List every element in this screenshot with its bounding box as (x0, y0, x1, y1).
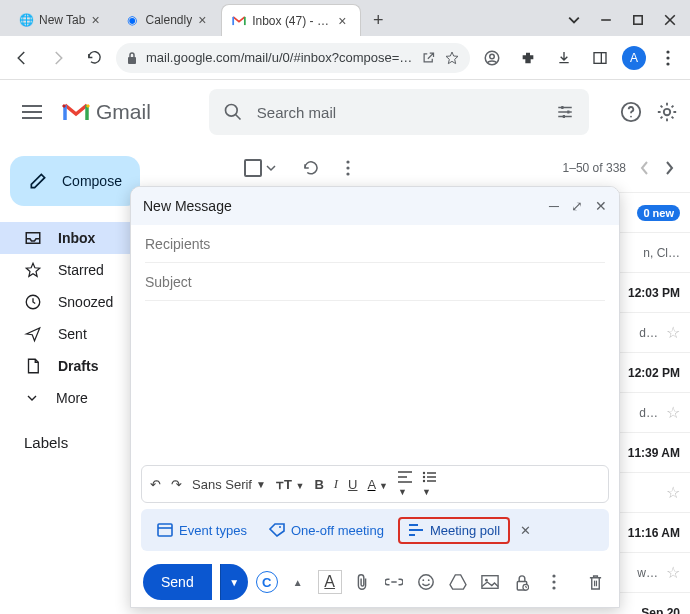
main-menu-button[interactable] (12, 92, 52, 132)
svg-point-46 (428, 579, 430, 581)
svg-point-4 (490, 54, 495, 59)
svg-point-48 (485, 579, 488, 582)
list-icon[interactable]: ▼ (422, 471, 436, 498)
search-options-icon[interactable] (555, 103, 575, 121)
next-page-button[interactable] (664, 161, 674, 175)
downloads-icon[interactable] (550, 44, 578, 72)
ext-event-types[interactable]: Event types (149, 519, 255, 542)
share-icon[interactable] (421, 50, 436, 65)
reload-button[interactable] (80, 44, 108, 72)
sidebar-label: Drafts (58, 358, 98, 374)
gmail-icon (232, 14, 246, 28)
send-options-button[interactable]: ▼ (220, 564, 248, 600)
ext-close-icon[interactable]: ✕ (520, 523, 531, 538)
window-controls (554, 14, 690, 36)
svg-point-8 (666, 56, 669, 59)
bold-icon[interactable]: B (314, 477, 323, 492)
refresh-button[interactable] (302, 159, 320, 177)
tab-strip: 🌐 New Tab × ◉ Calendly × Inbox (47) - a…… (0, 0, 554, 36)
align-icon[interactable]: ▼ (398, 471, 412, 498)
font-size-icon[interactable]: ᴛT ▼ (276, 477, 304, 492)
tab-new-tab[interactable]: 🌐 New Tab × (8, 4, 114, 36)
tab-close-icon[interactable]: × (338, 14, 352, 28)
svg-point-13 (225, 105, 237, 117)
mail-list-toolbar: 1–50 of 338 (228, 144, 690, 192)
star-icon[interactable]: ☆ (666, 483, 680, 502)
maximize-icon[interactable] (632, 14, 644, 26)
settings-gear-icon[interactable] (656, 101, 678, 123)
bookmark-star-icon[interactable] (444, 50, 460, 66)
chrome-menu-icon[interactable] (654, 44, 682, 72)
tab-title: Inbox (47) - a… (252, 14, 332, 28)
font-selector[interactable]: Sans Serif ▼ (192, 477, 266, 492)
new-tab-button[interactable]: + (365, 7, 391, 33)
text-color-icon[interactable]: A ▼ (368, 477, 389, 492)
svg-point-28 (346, 172, 349, 175)
compose-button[interactable]: Compose (10, 156, 140, 206)
profile-avatar[interactable]: A (622, 46, 646, 70)
star-icon[interactable]: ☆ (666, 323, 680, 342)
ext-one-off-meeting[interactable]: One-off meeting (261, 519, 392, 542)
fullscreen-compose-icon[interactable]: ⤢ (571, 198, 583, 214)
emoji-icon[interactable] (414, 573, 438, 591)
compose-body[interactable] (131, 301, 619, 465)
attachment-icon[interactable] (350, 573, 374, 591)
subject-field[interactable]: Subject (145, 263, 605, 301)
star-icon[interactable]: ☆ (666, 563, 680, 582)
tab-calendly[interactable]: ◉ Calendly × (114, 4, 221, 36)
svg-point-27 (346, 166, 349, 169)
more-options-icon[interactable] (542, 574, 566, 590)
dropdown-icon[interactable]: ▲ (286, 577, 310, 588)
help-icon[interactable] (620, 101, 642, 123)
svg-point-44 (419, 575, 433, 589)
tab-close-icon[interactable]: × (91, 13, 105, 27)
minimize-compose-icon[interactable]: ─ (549, 198, 559, 214)
chevron-down-icon (24, 390, 40, 406)
close-icon[interactable] (664, 14, 676, 26)
drive-icon[interactable] (446, 574, 470, 590)
sidepanel-icon[interactable] (586, 44, 614, 72)
lock-icon (126, 51, 138, 65)
chevron-down-icon[interactable] (568, 14, 580, 26)
redo-icon[interactable]: ↷ (171, 477, 182, 492)
svg-rect-5 (594, 52, 606, 63)
minimize-icon[interactable] (600, 14, 612, 26)
forward-button[interactable] (44, 44, 72, 72)
calendly-c-icon[interactable]: C (256, 571, 278, 593)
gmail-logo[interactable]: Gmail (62, 100, 151, 124)
star-icon (24, 261, 42, 279)
account-icon[interactable] (478, 44, 506, 72)
discard-trash-icon[interactable] (583, 574, 607, 591)
new-badge: 0 new (637, 205, 680, 221)
italic-icon[interactable]: I (334, 476, 338, 492)
confidential-lock-icon[interactable] (510, 574, 534, 591)
underline-icon[interactable]: U (348, 477, 357, 492)
url-text: mail.google.com/mail/u/0/#inbox?compose=… (146, 50, 413, 65)
select-all-checkbox[interactable] (244, 159, 276, 177)
tab-gmail[interactable]: Inbox (47) - a… × (221, 4, 361, 36)
svg-point-52 (552, 580, 555, 583)
search-mail-box[interactable]: Search mail (209, 89, 589, 135)
svg-point-40 (279, 526, 281, 528)
star-icon[interactable]: ☆ (666, 403, 680, 422)
svg-point-53 (552, 586, 555, 589)
format-a-icon[interactable]: A (318, 570, 342, 594)
extensions-icon[interactable] (514, 44, 542, 72)
back-button[interactable] (8, 44, 36, 72)
image-icon[interactable] (478, 574, 502, 590)
format-toolbar: ↶ ↷ Sans Serif ▼ ᴛT ▼ B I U A ▼ ▼ ▼ (141, 465, 609, 503)
tab-close-icon[interactable]: × (198, 13, 212, 27)
link-icon[interactable] (382, 576, 406, 588)
calendly-extension-bar: Event types One-off meeting Meeting poll… (141, 509, 609, 551)
sidebar-label: Snoozed (58, 294, 113, 310)
prev-page-button[interactable] (640, 161, 650, 175)
ext-meeting-poll[interactable]: Meeting poll (398, 517, 510, 544)
send-button[interactable]: Send (143, 564, 212, 600)
close-compose-icon[interactable]: ✕ (595, 198, 607, 214)
recipients-field[interactable]: Recipients (145, 225, 605, 263)
undo-icon[interactable]: ↶ (150, 477, 161, 492)
compose-header[interactable]: New Message ─ ⤢ ✕ (131, 187, 619, 225)
more-actions-icon[interactable] (346, 160, 350, 176)
omnibox[interactable]: mail.google.com/mail/u/0/#inbox?compose=… (116, 43, 470, 73)
compose-label: Compose (62, 173, 122, 189)
